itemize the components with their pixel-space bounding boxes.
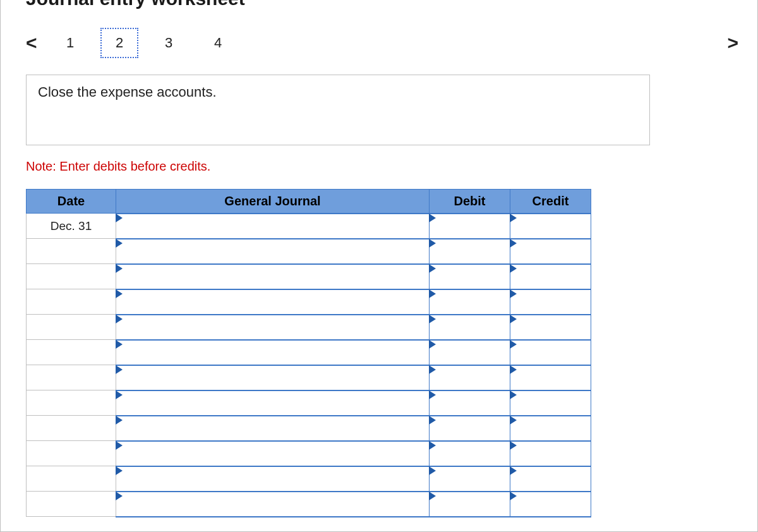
debit-cell[interactable] <box>430 492 510 517</box>
debit-cell[interactable] <box>430 289 510 315</box>
debit-cell[interactable] <box>430 441 510 466</box>
dropdown-arrow-icon <box>116 289 123 298</box>
col-header-credit: Credit <box>510 190 591 214</box>
dropdown-arrow-icon <box>429 289 436 298</box>
table-row <box>27 289 591 315</box>
dropdown-arrow-icon <box>429 264 436 273</box>
dropdown-arrow-icon <box>429 441 436 450</box>
table-row <box>27 390 591 416</box>
date-cell[interactable] <box>27 492 116 517</box>
col-header-debit: Debit <box>430 190 510 214</box>
dropdown-arrow-icon <box>510 365 517 374</box>
dropdown-arrow-icon <box>116 340 123 349</box>
gj-cell[interactable] <box>116 416 430 441</box>
credit-cell[interactable] <box>510 264 591 289</box>
instruction-text: Close the expense accounts. <box>38 84 217 100</box>
gj-cell[interactable] <box>116 315 430 340</box>
credit-cell[interactable] <box>510 239 591 264</box>
gj-cell[interactable] <box>116 264 430 289</box>
credit-cell[interactable] <box>510 416 591 441</box>
page-title: Journal entry worksheet <box>26 0 245 9</box>
pager-prev[interactable]: < <box>26 32 51 54</box>
table-row <box>27 264 591 289</box>
debit-cell[interactable] <box>430 416 510 441</box>
date-cell[interactable] <box>27 315 116 340</box>
gj-cell[interactable] <box>116 466 430 492</box>
debit-cell[interactable] <box>430 315 510 340</box>
gj-cell[interactable] <box>116 492 430 517</box>
debit-cell[interactable] <box>430 390 510 416</box>
dropdown-arrow-icon <box>510 390 517 399</box>
dropdown-arrow-icon <box>510 340 517 349</box>
dropdown-arrow-icon <box>429 492 436 500</box>
date-cell[interactable] <box>27 239 116 264</box>
date-cell[interactable] <box>27 264 116 289</box>
pager: < 1234 > <box>26 27 732 59</box>
pager-page-2[interactable]: 2 <box>100 28 138 58</box>
dropdown-arrow-icon <box>429 466 436 475</box>
dropdown-arrow-icon <box>510 466 517 475</box>
dropdown-arrow-icon <box>429 214 436 222</box>
credit-cell[interactable] <box>510 214 591 239</box>
credit-cell[interactable] <box>510 340 591 365</box>
date-cell[interactable]: Dec. 31 <box>27 214 116 239</box>
pager-page-1[interactable]: 1 <box>51 28 89 58</box>
date-cell[interactable] <box>27 416 116 441</box>
dropdown-arrow-icon <box>116 416 123 425</box>
gj-cell[interactable] <box>116 340 430 365</box>
pager-page-4[interactable]: 4 <box>199 28 237 58</box>
dropdown-arrow-icon <box>429 416 436 425</box>
gj-cell[interactable] <box>116 239 430 264</box>
date-cell[interactable] <box>27 289 116 315</box>
gj-cell[interactable] <box>116 289 430 315</box>
worksheet-container: Journal entry worksheet < 1234 > Close t… <box>0 0 758 532</box>
debit-cell[interactable] <box>430 239 510 264</box>
table-row <box>27 315 591 340</box>
dropdown-arrow-icon <box>116 214 123 222</box>
col-header-gj: General Journal <box>116 190 430 214</box>
dropdown-arrow-icon <box>116 264 123 273</box>
debit-cell[interactable] <box>430 214 510 239</box>
dropdown-arrow-icon <box>510 315 517 323</box>
dropdown-arrow-icon <box>510 416 517 425</box>
table-row <box>27 340 591 365</box>
table-row <box>27 239 591 264</box>
gj-cell[interactable] <box>116 365 430 390</box>
debit-cell[interactable] <box>430 466 510 492</box>
credit-cell[interactable] <box>510 441 591 466</box>
credit-cell[interactable] <box>510 365 591 390</box>
col-header-date: Date <box>27 190 116 214</box>
table-row <box>27 416 591 441</box>
note-text: Note: Enter debits before credits. <box>26 159 732 174</box>
pager-next[interactable]: > <box>713 32 738 54</box>
table-row <box>27 365 591 390</box>
instruction-box: Close the expense accounts. <box>26 75 650 145</box>
dropdown-arrow-icon <box>510 492 517 500</box>
date-cell[interactable] <box>27 390 116 416</box>
credit-cell[interactable] <box>510 315 591 340</box>
debit-cell[interactable] <box>430 365 510 390</box>
gj-cell[interactable] <box>116 441 430 466</box>
date-cell[interactable] <box>27 441 116 466</box>
pager-page-3[interactable]: 3 <box>150 28 188 58</box>
dropdown-arrow-icon <box>116 239 123 248</box>
dropdown-arrow-icon <box>429 390 436 399</box>
dropdown-arrow-icon <box>116 315 123 323</box>
date-cell[interactable] <box>27 340 116 365</box>
gj-cell[interactable] <box>116 390 430 416</box>
credit-cell[interactable] <box>510 492 591 517</box>
debit-cell[interactable] <box>430 340 510 365</box>
table-row <box>27 441 591 466</box>
debit-cell[interactable] <box>430 264 510 289</box>
credit-cell[interactable] <box>510 466 591 492</box>
credit-cell[interactable] <box>510 289 591 315</box>
dropdown-arrow-icon <box>116 466 123 475</box>
date-cell[interactable] <box>27 466 116 492</box>
dropdown-arrow-icon <box>116 441 123 450</box>
date-cell[interactable] <box>27 365 116 390</box>
credit-cell[interactable] <box>510 390 591 416</box>
table-row: Dec. 31 <box>27 214 591 239</box>
dropdown-arrow-icon <box>429 315 436 323</box>
table-row <box>27 492 591 517</box>
gj-cell[interactable] <box>116 214 430 239</box>
